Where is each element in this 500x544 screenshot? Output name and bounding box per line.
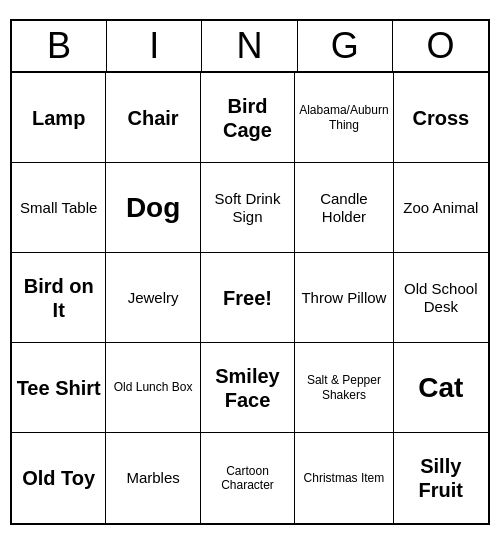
bingo-cell-1[interactable]: Chair — [106, 73, 200, 163]
bingo-cell-22[interactable]: Cartoon Character — [201, 433, 295, 523]
bingo-cell-5[interactable]: Small Table — [12, 163, 106, 253]
header-letter-i: I — [107, 21, 202, 71]
bingo-cell-8[interactable]: Candle Holder — [295, 163, 393, 253]
bingo-grid: LampChairBird CageAlabama/Auburn ThingCr… — [12, 73, 488, 523]
header-letter-o: O — [393, 21, 488, 71]
bingo-cell-0[interactable]: Lamp — [12, 73, 106, 163]
bingo-cell-2[interactable]: Bird Cage — [201, 73, 295, 163]
bingo-cell-14[interactable]: Old School Desk — [394, 253, 488, 343]
bingo-cell-18[interactable]: Salt & Pepper Shakers — [295, 343, 393, 433]
header-letter-n: N — [202, 21, 297, 71]
bingo-cell-15[interactable]: Tee Shirt — [12, 343, 106, 433]
bingo-cell-19[interactable]: Cat — [394, 343, 488, 433]
bingo-cell-23[interactable]: Christmas Item — [295, 433, 393, 523]
bingo-cell-7[interactable]: Soft Drink Sign — [201, 163, 295, 253]
bingo-cell-11[interactable]: Jewelry — [106, 253, 200, 343]
bingo-cell-13[interactable]: Throw Pillow — [295, 253, 393, 343]
bingo-card: BINGO LampChairBird CageAlabama/Auburn T… — [10, 19, 490, 525]
bingo-cell-12[interactable]: Free! — [201, 253, 295, 343]
bingo-cell-10[interactable]: Bird on It — [12, 253, 106, 343]
bingo-cell-6[interactable]: Dog — [106, 163, 200, 253]
bingo-cell-17[interactable]: Smiley Face — [201, 343, 295, 433]
header-letter-g: G — [298, 21, 393, 71]
header-letter-b: B — [12, 21, 107, 71]
bingo-cell-3[interactable]: Alabama/Auburn Thing — [295, 73, 393, 163]
bingo-cell-4[interactable]: Cross — [394, 73, 488, 163]
bingo-cell-21[interactable]: Marbles — [106, 433, 200, 523]
bingo-header: BINGO — [12, 21, 488, 73]
bingo-cell-20[interactable]: Old Toy — [12, 433, 106, 523]
bingo-cell-24[interactable]: Silly Fruit — [394, 433, 488, 523]
bingo-cell-16[interactable]: Old Lunch Box — [106, 343, 200, 433]
bingo-cell-9[interactable]: Zoo Animal — [394, 163, 488, 253]
